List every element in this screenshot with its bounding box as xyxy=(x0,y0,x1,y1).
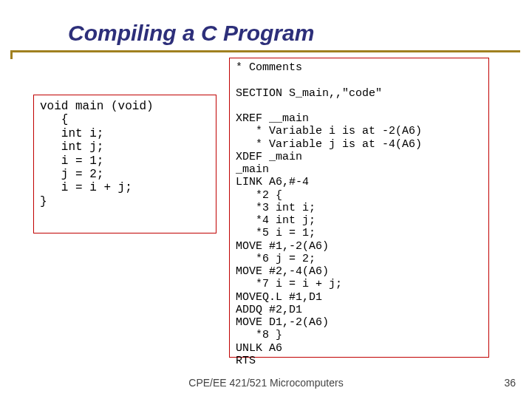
title-underline xyxy=(10,50,520,52)
title-tick xyxy=(10,50,13,59)
footer-text: CPE/EE 421/521 Microcomputers xyxy=(0,377,532,389)
page-number: 36 xyxy=(504,377,516,389)
slide-title: Compiling a C Program xyxy=(68,21,314,46)
c-source-box: void main (void) { int i; int j; i = 1; … xyxy=(33,95,216,233)
slide: Compiling a C Program void main (void) {… xyxy=(0,0,532,399)
assembly-output-box: * Comments SECTION S_main,,"code" XREF _… xyxy=(229,58,489,358)
